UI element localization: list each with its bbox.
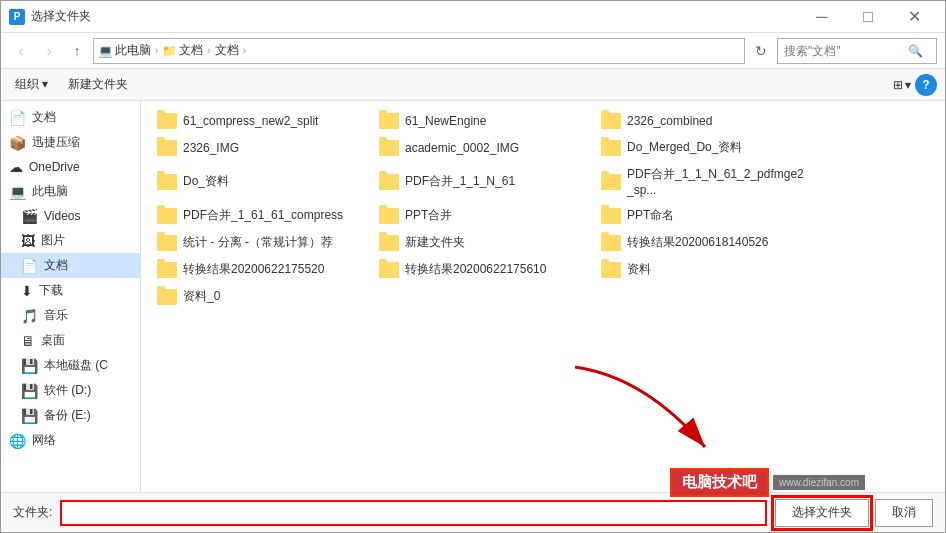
- close-button[interactable]: ✕: [891, 4, 937, 30]
- file-item[interactable]: PDF合并_1_1_N_61_2_pdfmge2_sp...: [593, 162, 813, 201]
- folder-icon: [157, 208, 177, 224]
- help-button[interactable]: ?: [915, 74, 937, 96]
- docs1-label: 文档: [179, 42, 203, 59]
- maximize-button[interactable]: □: [845, 4, 891, 30]
- file-name: 资料: [627, 261, 651, 278]
- documents-icon: 📄: [9, 110, 26, 126]
- sidebar-item-backup[interactable]: 💾 备份 (E:): [1, 403, 140, 428]
- sidebar-item-music[interactable]: 🎵 音乐: [1, 303, 140, 328]
- file-name: PDF合并_1_1_N_61_2_pdfmge2_sp...: [627, 166, 805, 197]
- file-item[interactable]: academic_0002_IMG: [371, 135, 591, 160]
- sep1: ›: [155, 45, 158, 56]
- action-buttons: 选择文件夹 取消: [775, 499, 933, 527]
- file-item[interactable]: 61_compress_new2_split: [149, 109, 369, 133]
- dialog-icon: P: [9, 9, 25, 25]
- watermark-url: www.diezifan.com: [773, 475, 865, 490]
- file-name: PPT合并: [405, 207, 452, 224]
- sidebar-item-downloads[interactable]: ⬇ 下载: [1, 278, 140, 303]
- folder-icon: [601, 174, 621, 190]
- folder-icon: [157, 113, 177, 129]
- videos-icon: 🎬: [21, 208, 38, 224]
- folder-icon: [157, 140, 177, 156]
- title-bar: P 选择文件夹 ─ □ ✕: [1, 1, 945, 33]
- folder-icon: [379, 140, 399, 156]
- refresh-button[interactable]: ↻: [749, 39, 773, 63]
- minimize-button[interactable]: ─: [799, 4, 845, 30]
- onedrive-label: OneDrive: [29, 160, 80, 174]
- sidebar-item-network[interactable]: 🌐 网络: [1, 428, 140, 453]
- docs2-label: 文档: [215, 42, 239, 59]
- file-item[interactable]: 新建文件夹: [371, 230, 591, 255]
- view-button[interactable]: ⊞ ▾: [893, 78, 911, 92]
- select-folder-dialog: P 选择文件夹 ─ □ ✕ ‹ › ↑ 💻 此电脑 › 📁 文档 › 文档: [0, 0, 946, 533]
- file-name: PDF合并_1_61_61_compress: [183, 207, 343, 224]
- sidebar-item-thispc[interactable]: 💻 此电脑: [1, 179, 140, 204]
- file-item[interactable]: 61_NewEngine: [371, 109, 591, 133]
- sidebar-item-pictures[interactable]: 🖼 图片: [1, 228, 140, 253]
- file-name: 统计 - 分离 -（常规计算）荐: [183, 234, 333, 251]
- music-icon: 🎵: [21, 308, 38, 324]
- folder-icon: [601, 208, 621, 224]
- sidebar-item-software[interactable]: 💾 软件 (D:): [1, 378, 140, 403]
- file-item[interactable]: PPT合并: [371, 203, 591, 228]
- title-controls: ─ □ ✕: [799, 4, 937, 30]
- localdisk-label: 本地磁盘 (C: [44, 357, 108, 374]
- file-item[interactable]: 转换结果20200622175520: [149, 257, 369, 282]
- breadcrumb-docs2[interactable]: 文档: [215, 42, 239, 59]
- sep3: ›: [243, 45, 246, 56]
- watermark: 电脑技术吧 www.diezifan.com: [670, 468, 865, 497]
- quickcompress-icon: 📦: [9, 135, 26, 151]
- folder-icon: [601, 235, 621, 251]
- title-bar-left: P 选择文件夹: [9, 8, 91, 25]
- sidebar-item-documents[interactable]: 📄 文档: [1, 105, 140, 130]
- file-item[interactable]: 资料_0: [149, 284, 369, 309]
- cancel-button[interactable]: 取消: [875, 499, 933, 527]
- sidebar-item-videos[interactable]: 🎬 Videos: [1, 204, 140, 228]
- new-folder-button[interactable]: 新建文件夹: [62, 74, 134, 95]
- backup-label: 备份 (E:): [44, 407, 91, 424]
- docs-active-icon: 📄: [21, 258, 38, 274]
- forward-button[interactable]: ›: [37, 39, 61, 63]
- file-item[interactable]: 统计 - 分离 -（常规计算）荐: [149, 230, 369, 255]
- action-bar: 组织 ▾ 新建文件夹 ⊞ ▾ ?: [1, 69, 945, 101]
- folder-input[interactable]: [60, 500, 767, 526]
- onedrive-icon: ☁: [9, 159, 23, 175]
- up-button[interactable]: ↑: [65, 39, 89, 63]
- sidebar-item-localdisk[interactable]: 💾 本地磁盘 (C: [1, 353, 140, 378]
- sidebar-item-docs-active[interactable]: 📄 文档: [1, 253, 140, 278]
- file-item[interactable]: PPT命名: [593, 203, 813, 228]
- organize-button[interactable]: 组织 ▾: [9, 74, 54, 95]
- folder-icon: [157, 235, 177, 251]
- file-name: 转换结果20200622175610: [405, 261, 546, 278]
- pc-label: 此电脑: [115, 42, 151, 59]
- file-name: 61_NewEngine: [405, 114, 486, 128]
- folder-icon: [379, 262, 399, 278]
- file-item[interactable]: PDF合并_1_61_61_compress: [149, 203, 369, 228]
- file-item[interactable]: 转换结果20200618140526: [593, 230, 813, 255]
- file-item[interactable]: 转换结果20200622175610: [371, 257, 591, 282]
- file-name: 转换结果20200618140526: [627, 234, 768, 251]
- search-input[interactable]: [784, 44, 904, 58]
- breadcrumb-docs1[interactable]: 📁 文档: [162, 42, 203, 59]
- folder-icon: [157, 174, 177, 190]
- documents-label: 文档: [32, 109, 56, 126]
- file-item[interactable]: 2326_IMG: [149, 135, 369, 160]
- network-icon: 🌐: [9, 433, 26, 449]
- sidebar-item-quickcompress[interactable]: 📦 迅捷压缩: [1, 130, 140, 155]
- sidebar-item-onedrive[interactable]: ☁ OneDrive: [1, 155, 140, 179]
- file-item[interactable]: Do_Merged_Do_资料: [593, 135, 813, 160]
- file-name: academic_0002_IMG: [405, 141, 519, 155]
- file-item[interactable]: 资料: [593, 257, 813, 282]
- select-folder-button[interactable]: 选择文件夹: [775, 499, 869, 527]
- folder-icon: [379, 235, 399, 251]
- dialog-title: 选择文件夹: [31, 8, 91, 25]
- breadcrumb-pc[interactable]: 💻 此电脑: [98, 42, 151, 59]
- file-item[interactable]: 2326_combined: [593, 109, 813, 133]
- back-button[interactable]: ‹: [9, 39, 33, 63]
- folder-icon: [601, 113, 621, 129]
- file-item[interactable]: PDF合并_1_1_N_61: [371, 162, 591, 201]
- file-name: 转换结果20200622175520: [183, 261, 324, 278]
- sidebar-item-desktop[interactable]: 🖥 桌面: [1, 328, 140, 353]
- file-item[interactable]: Do_资料: [149, 162, 369, 201]
- file-name: 2326_IMG: [183, 141, 239, 155]
